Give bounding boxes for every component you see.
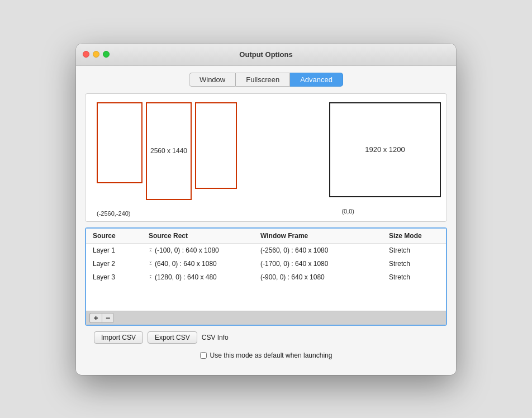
csv-area: Import CSV Export CSV CSV Info	[85, 326, 447, 348]
layers-table: Source Source Rect Window Frame Size Mod…	[85, 227, 447, 326]
cell-source-1: Layer 1	[93, 246, 149, 254]
minimize-button[interactable]	[93, 51, 99, 58]
remove-layer-button[interactable]: −	[102, 313, 114, 323]
cell-window-frame-3: (-900, 0) : 640 x 1080	[260, 273, 389, 281]
monitor-rect-2: 2560 x 1440	[146, 102, 192, 200]
default-checkbox[interactable]	[200, 352, 207, 359]
table-row: Layer 2 ⌄⌃ (640, 0) : 640 x 1080 (-1700,…	[86, 257, 446, 270]
cell-source-3: Layer 3	[93, 273, 149, 281]
cell-source-rect-2: ⌄⌃ (640, 0) : 640 x 1080	[149, 259, 260, 268]
monitor-rect-3	[195, 102, 237, 189]
tab-bar: Window Fullscreen Advanced	[85, 73, 447, 87]
window-title: Output Options	[239, 50, 292, 59]
monitor-coord-left: (-2560,-240)	[97, 210, 131, 217]
cell-size-mode-1: Stretch ⌄⌃	[389, 246, 456, 255]
cell-source-rect-1: ⌄⌃ (-100, 0) : 640 x 1080	[149, 246, 260, 255]
titlebar: Output Options	[76, 44, 456, 66]
table-body: Layer 1 ⌄⌃ (-100, 0) : 640 x 1080 (-2560…	[86, 244, 446, 311]
traffic-lights	[83, 51, 110, 58]
cell-source-2: Layer 2	[93, 260, 149, 268]
content-area: Window Fullscreen Advanced 2560 x 1440 (…	[76, 66, 456, 375]
import-csv-button[interactable]: Import CSV	[94, 331, 143, 344]
close-button[interactable]	[83, 51, 89, 58]
default-area: Use this mode as default when launching	[85, 348, 447, 366]
default-label: Use this mode as default when launching	[210, 352, 332, 359]
table-toolbar: + −	[86, 311, 446, 325]
table-header-row: Source Source Rect Window Frame Size Mod…	[86, 229, 446, 244]
table-row: Layer 1 ⌄⌃ (-100, 0) : 640 x 1080 (-2560…	[86, 244, 446, 257]
stepper-1[interactable]: ⌄⌃	[149, 246, 153, 255]
monitor-main-label: 2560 x 1440	[150, 147, 187, 155]
cell-window-frame-1: (-2560, 0) : 640 x 1080	[260, 246, 389, 254]
col-source-rect: Source Rect	[149, 232, 260, 240]
stepper-2[interactable]: ⌄⌃	[149, 259, 153, 268]
csv-info-label: CSV Info	[202, 334, 229, 341]
export-csv-button[interactable]: Export CSV	[148, 331, 197, 344]
cell-source-rect-3: ⌄⌃ (1280, 0) : 640 x 480	[149, 273, 260, 282]
monitor-right-label: 1920 x 1200	[365, 145, 405, 154]
left-monitors: 2560 x 1440	[97, 102, 237, 200]
tab-window[interactable]: Window	[189, 73, 236, 87]
col-source: Source	[93, 232, 149, 240]
add-layer-button[interactable]: +	[89, 313, 102, 323]
col-window-frame: Window Frame	[260, 232, 389, 240]
col-size-mode: Size Mode	[389, 232, 456, 240]
tab-advanced[interactable]: Advanced	[290, 73, 343, 87]
cell-size-mode-3: Stretch ⌄⌃	[389, 273, 456, 282]
main-window: Output Options Window Fullscreen Advance…	[76, 44, 456, 375]
monitor-rect-1	[97, 102, 142, 183]
tab-fullscreen[interactable]: Fullscreen	[236, 73, 290, 87]
cell-size-mode-2: Stretch ⌄⌃	[389, 259, 456, 268]
monitor-right: 1920 x 1200	[329, 102, 441, 197]
stepper-3[interactable]: ⌄⌃	[149, 273, 153, 282]
monitor-preview: 2560 x 1440 (-2560,-240) 1920 x 1200 (0,…	[85, 93, 447, 222]
cell-window-frame-2: (-1700, 0) : 640 x 1080	[260, 260, 389, 268]
table-row: Layer 3 ⌄⌃ (1280, 0) : 640 x 480 (-900, …	[86, 270, 446, 284]
maximize-button[interactable]	[103, 51, 110, 58]
monitor-coord-right: (0,0)	[341, 208, 354, 215]
